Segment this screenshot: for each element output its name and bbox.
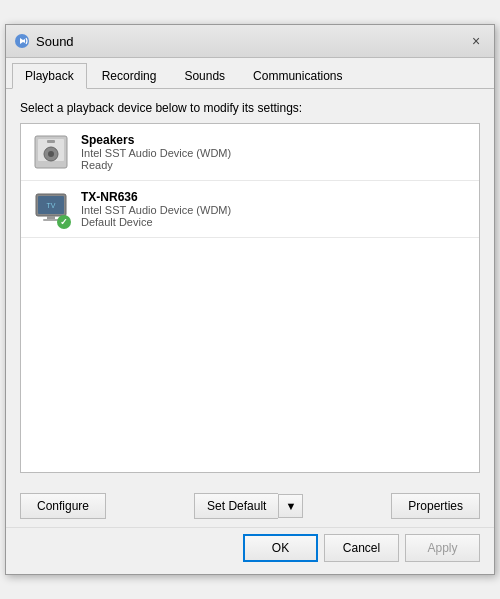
txnr636-status: Default Device [81, 216, 469, 228]
set-default-button[interactable]: Set Default [194, 493, 278, 519]
txnr636-icon: TV ✓ [31, 189, 71, 229]
txnr636-driver: Intel SST Audio Device (WDM) [81, 204, 469, 216]
svg-text:TV: TV [47, 202, 56, 209]
tabs-container: Playback Recording Sounds Communications [6, 58, 494, 89]
title-bar-left: Sound [14, 33, 74, 49]
speakers-driver: Intel SST Audio Device (WDM) [81, 147, 469, 159]
bottom-buttons-row: OK Cancel Apply [6, 527, 494, 574]
speakers-info: Speakers Intel SST Audio Device (WDM) Re… [81, 133, 469, 171]
properties-button[interactable]: Properties [391, 493, 480, 519]
svg-point-4 [48, 151, 54, 157]
tab-communications[interactable]: Communications [240, 63, 355, 89]
sound-title-icon [14, 33, 30, 49]
tab-playback[interactable]: Playback [12, 63, 87, 89]
title-bar: Sound × [6, 25, 494, 58]
speakers-name: Speakers [81, 133, 469, 147]
tab-recording[interactable]: Recording [89, 63, 170, 89]
svg-rect-5 [47, 140, 55, 143]
cancel-button[interactable]: Cancel [324, 534, 399, 562]
set-default-group: Set Default ▼ [194, 493, 303, 519]
action-buttons-row: Configure Set Default ▼ Properties [6, 485, 494, 527]
close-button[interactable]: × [466, 31, 486, 51]
device-item-speakers[interactable]: Speakers Intel SST Audio Device (WDM) Re… [21, 124, 479, 181]
speakers-status: Ready [81, 159, 469, 171]
tab-sounds[interactable]: Sounds [171, 63, 238, 89]
window-title: Sound [36, 34, 74, 49]
txnr636-info: TX-NR636 Intel SST Audio Device (WDM) De… [81, 190, 469, 228]
tab-content: Select a playback device below to modify… [6, 89, 494, 485]
apply-button[interactable]: Apply [405, 534, 480, 562]
set-default-dropdown-button[interactable]: ▼ [278, 494, 303, 518]
device-list[interactable]: Speakers Intel SST Audio Device (WDM) Re… [20, 123, 480, 473]
default-check-icon: ✓ [57, 215, 71, 229]
svg-rect-8 [47, 216, 55, 219]
content-description: Select a playback device below to modify… [20, 101, 480, 115]
speakers-icon [31, 132, 71, 172]
ok-button[interactable]: OK [243, 534, 318, 562]
configure-button[interactable]: Configure [20, 493, 106, 519]
sound-dialog: Sound × Playback Recording Sounds Commun… [5, 24, 495, 575]
txnr636-name: TX-NR636 [81, 190, 469, 204]
device-item-txnr636[interactable]: TV ✓ TX-NR636 Intel SST Audio Device (WD… [21, 181, 479, 238]
